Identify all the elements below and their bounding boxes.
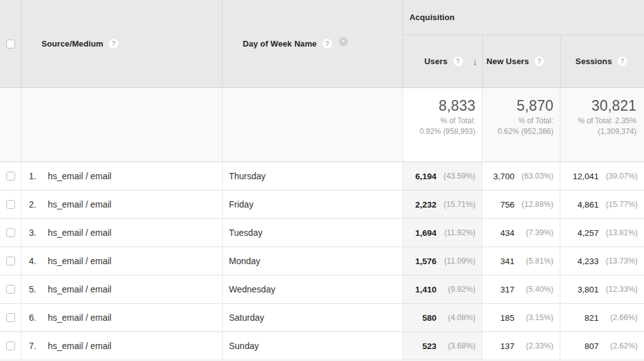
users-total-value: 8,833 bbox=[438, 97, 475, 114]
column-header-new-users[interactable]: New Users ? bbox=[482, 35, 560, 87]
source-medium-value: hs_email / email bbox=[48, 199, 111, 209]
column-header-source-medium[interactable]: Source/Medium ? bbox=[21, 0, 222, 87]
sessions-cell: 4,257 (13.81%) bbox=[560, 219, 644, 247]
source-medium-cell: 6. hs_email / email bbox=[21, 304, 222, 331]
remove-secondary-dimension-icon[interactable]: × bbox=[339, 37, 348, 46]
table-row: 1. hs_email / email Thursday 6,194 (43.5… bbox=[0, 162, 644, 191]
sessions-value: 4,861 bbox=[577, 200, 599, 209]
sessions-cell: 3,801 (12.33%) bbox=[560, 275, 644, 303]
group-header-acquisition: Acquisition bbox=[403, 0, 644, 35]
help-icon[interactable]: ? bbox=[323, 39, 332, 48]
source-medium-value: hs_email / email bbox=[48, 341, 111, 351]
sessions-percent: (2.62%) bbox=[599, 342, 638, 350]
help-icon[interactable]: ? bbox=[453, 57, 463, 66]
new-users-cell: 3,700 (63.03%) bbox=[482, 162, 560, 190]
day-of-week-cell: Thursday bbox=[222, 162, 402, 190]
row-checkbox[interactable] bbox=[6, 257, 15, 265]
day-of-week-cell: Sunday bbox=[222, 332, 402, 360]
new-users-value: 185 bbox=[500, 313, 514, 323]
day-of-week-value: Monday bbox=[229, 256, 260, 266]
totals-users-cell: 8,833 % of Total: 0.92% (958,993) bbox=[402, 88, 482, 162]
source-medium-value: hs_email / email bbox=[48, 284, 111, 294]
sessions-cell: 4,233 (13.73%) bbox=[560, 247, 644, 275]
acquisition-group: Acquisition Users ? ↓ New Users ? Sessio… bbox=[402, 0, 644, 87]
sessions-cell: 12,041 (39.07%) bbox=[560, 162, 644, 190]
row-checkbox[interactable] bbox=[6, 172, 15, 181]
totals-source-spacer bbox=[21, 88, 222, 162]
day-of-week-value: Friday bbox=[229, 199, 253, 209]
new-users-value: 756 bbox=[500, 200, 514, 209]
sessions-percent: (13.73%) bbox=[599, 257, 638, 265]
users-cell: 2,232 (15.71%) bbox=[402, 191, 482, 218]
sessions-percent: (39.07%) bbox=[599, 172, 638, 181]
sessions-cell: 807 (2.62%) bbox=[560, 332, 644, 360]
sessions-cell: 4,861 (15.77%) bbox=[560, 191, 644, 218]
column-header-day-of-week[interactable]: Day of Week Name ? × bbox=[222, 0, 402, 87]
row-checkbox[interactable] bbox=[6, 313, 15, 322]
sessions-header-label: Sessions bbox=[575, 57, 612, 66]
users-cell: 6,194 (43.59%) bbox=[402, 162, 482, 190]
row-checkbox[interactable] bbox=[6, 228, 15, 237]
sessions-cell: 821 (2.66%) bbox=[560, 304, 644, 331]
source-medium-value: hs_email / email bbox=[48, 313, 111, 323]
day-of-week-value: Wednesday bbox=[229, 284, 275, 294]
row-index: 7. bbox=[29, 341, 48, 351]
help-icon[interactable]: ? bbox=[109, 39, 118, 48]
day-of-week-cell: Monday bbox=[222, 247, 402, 275]
new-users-cell: 137 (2.33%) bbox=[482, 332, 560, 360]
new-users-percent: (2.33%) bbox=[514, 342, 553, 350]
users-percent: (4.08%) bbox=[436, 313, 475, 322]
sessions-total-value: 30,821 bbox=[591, 97, 636, 114]
column-header-users[interactable]: Users ? ↓ bbox=[403, 35, 482, 87]
sessions-total-percent: % of Total: 2.35% (1,309,374) bbox=[578, 116, 636, 137]
day-of-week-value: Tuesday bbox=[229, 228, 262, 238]
sessions-percent: (15.77%) bbox=[599, 200, 638, 209]
row-index: 3. bbox=[29, 228, 48, 238]
row-checkbox-cell bbox=[0, 191, 21, 218]
users-cell: 1,410 (9.92%) bbox=[402, 275, 482, 303]
source-medium-value: hs_email / email bbox=[48, 171, 111, 181]
table-rows: 1. hs_email / email Thursday 6,194 (43.5… bbox=[0, 162, 644, 360]
table-row: 4. hs_email / email Monday 1,576 (11.09%… bbox=[0, 247, 644, 275]
row-checkbox-cell bbox=[0, 219, 21, 247]
select-all-checkbox[interactable] bbox=[6, 40, 15, 48]
help-icon[interactable]: ? bbox=[618, 57, 627, 66]
row-checkbox[interactable] bbox=[6, 342, 15, 350]
new-users-value: 3,700 bbox=[493, 172, 514, 181]
table-row: 2. hs_email / email Friday 2,232 (15.71%… bbox=[0, 191, 644, 219]
day-of-week-value: Saturday bbox=[229, 313, 264, 323]
totals-sessions-cell: 30,821 % of Total: 2.35% (1,309,374) bbox=[560, 88, 644, 162]
users-percent: (11.92%) bbox=[436, 228, 475, 237]
new-users-cell: 317 (5.40%) bbox=[482, 275, 560, 303]
new-users-value: 341 bbox=[500, 257, 514, 266]
row-checkbox[interactable] bbox=[6, 200, 15, 209]
new-users-total-value: 5,870 bbox=[516, 97, 553, 114]
sessions-percent: (13.81%) bbox=[599, 228, 638, 237]
new-users-percent: (5.81%) bbox=[514, 257, 553, 265]
column-header-sessions[interactable]: Sessions ? bbox=[560, 35, 644, 87]
sessions-percent: (12.33%) bbox=[599, 285, 638, 294]
users-cell: 580 (4.08%) bbox=[402, 304, 482, 331]
help-icon[interactable]: ? bbox=[535, 57, 544, 66]
users-percent: (43.59%) bbox=[436, 172, 475, 181]
new-users-percent: (3.15%) bbox=[514, 313, 553, 322]
totals-new-users-cell: 5,870 % of Total: 0.62% (952,386) bbox=[482, 88, 560, 162]
new-users-value: 434 bbox=[500, 228, 514, 238]
new-users-percent: (12.88%) bbox=[514, 200, 553, 209]
users-value: 1,694 bbox=[415, 228, 436, 238]
day-of-week-header-label: Day of Week Name bbox=[243, 39, 317, 48]
row-checkbox[interactable] bbox=[6, 285, 15, 294]
sort-descending-icon[interactable]: ↓ bbox=[473, 56, 478, 67]
row-index: 1. bbox=[29, 171, 48, 181]
users-percent: (3.68%) bbox=[436, 342, 475, 350]
day-of-week-cell: Saturday bbox=[222, 304, 402, 331]
row-index: 6. bbox=[29, 313, 48, 323]
row-checkbox-cell bbox=[0, 162, 21, 190]
source-medium-cell: 2. hs_email / email bbox=[21, 191, 222, 218]
source-medium-cell: 7. hs_email / email bbox=[21, 332, 222, 360]
row-checkbox-cell bbox=[0, 332, 21, 360]
row-index: 2. bbox=[29, 199, 48, 209]
sessions-percent: (2.66%) bbox=[599, 313, 638, 322]
users-percent: (15.71%) bbox=[436, 200, 475, 209]
source-medium-value: hs_email / email bbox=[48, 256, 111, 266]
